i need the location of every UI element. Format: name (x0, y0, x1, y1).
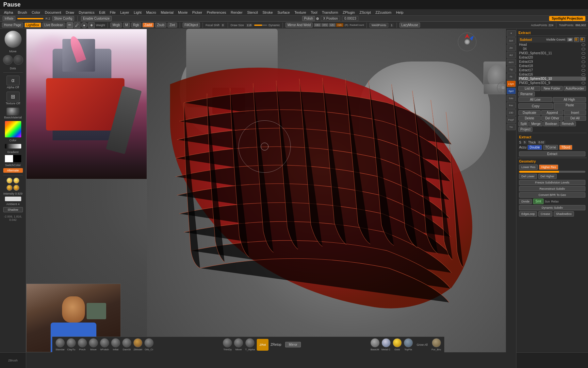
menu-layer[interactable]: Layer (118, 10, 131, 15)
menu-texture[interactable]: Texture (292, 10, 308, 15)
gold-brush[interactable]: Gold (393, 338, 402, 351)
x-axis-btn[interactable]: >X< (314, 23, 321, 27)
copy-button[interactable]: Copy (518, 103, 553, 109)
eye-04[interactable] (581, 48, 585, 50)
sculpture-area[interactable]: ✦ Scrl Zm Act AA½ Trp Flr LSym (147, 29, 516, 352)
nav-move-btn[interactable]: ✦ (507, 30, 516, 37)
eye-ext19[interactable] (581, 61, 585, 63)
basicm-brush[interactable]: BasicM (370, 338, 380, 351)
menu-draw[interactable]: Draw (64, 10, 76, 15)
reconstruct-subdiv-button[interactable]: Reconstruct Subdiv (519, 186, 585, 191)
furbru-brush[interactable]: Fur_Bru (432, 338, 441, 351)
nav-zoom3d-btn[interactable]: Z3D (507, 109, 516, 116)
z-axis-btn[interactable]: >Z< (329, 23, 335, 27)
menu-help[interactable]: Help (394, 10, 405, 15)
mrgb-button[interactable]: Mrgb (110, 23, 122, 27)
brush-preview2[interactable] (13, 55, 23, 65)
menu-movie[interactable]: Movie (176, 10, 189, 15)
nav-solo-btn[interactable]: Solo (507, 95, 516, 101)
nav-gyr2-btn[interactable]: Gyr2 (507, 88, 516, 94)
s-value[interactable]: 5 (523, 140, 527, 144)
all-low-button[interactable]: All Low (518, 97, 552, 102)
menu-surface[interactable]: Surface (275, 10, 292, 15)
bulb4-icon[interactable] (13, 185, 19, 191)
shadow-button[interactable]: Shadow (3, 207, 23, 212)
enable-customize-button[interactable]: Enable Customize (81, 16, 111, 21)
eye-head[interactable] (581, 44, 585, 46)
duplicate-button[interactable]: Duplicate (518, 110, 541, 115)
menu-macro[interactable]: Macro (144, 10, 158, 15)
orb-brush[interactable]: Orb_Cr (144, 338, 154, 351)
menu-zplugin[interactable]: ZPlugin (341, 10, 357, 15)
color-swatch[interactable] (5, 121, 21, 137)
freeze-subdiv-button[interactable]: Freeze Subdivision Levels (519, 180, 585, 185)
subtool-item-head[interactable]: Head (518, 43, 586, 47)
bulb3-icon[interactable] (7, 185, 12, 191)
subtool-item-pm3d11[interactable]: PM3D_Sphere3D1_11 (518, 51, 586, 55)
subtool-item-ext17[interactable]: Extract17 (518, 68, 586, 72)
menu-document[interactable]: Document (43, 10, 63, 15)
eye-pm3d9[interactable] (581, 82, 585, 84)
inflate-slider[interactable] (17, 18, 43, 19)
menu-zscript[interactable]: ZScript (357, 10, 373, 15)
mat-icon[interactable]: ◈ (88, 22, 95, 28)
light2-icon[interactable] (13, 178, 19, 184)
nav-floor-btn[interactable]: Flr (507, 73, 516, 80)
material-sphere[interactable] (5, 31, 22, 48)
menu-zzcustom[interactable]: ZZcustom (373, 10, 393, 15)
paste-button[interactable]: Paste (554, 103, 586, 110)
eye-ext16[interactable] (581, 73, 585, 76)
menu-edit[interactable]: Edit (97, 10, 107, 15)
inflate-button[interactable]: Inflate (3, 16, 15, 21)
standard-brush[interactable]: Standar (56, 338, 65, 351)
zint-button[interactable]: Zint (168, 23, 177, 27)
menu-file[interactable]: File (108, 10, 118, 15)
rgb-button[interactable]: Rgb (131, 23, 141, 27)
move2-brush[interactable]: Move (234, 338, 243, 351)
menu-stencil[interactable]: Stencil (245, 10, 260, 15)
del-lower-button[interactable]: Del Lower (519, 174, 537, 179)
texture-button[interactable]: ⊞ Texture Off (2, 91, 24, 106)
weld-points-button[interactable]: WeldPoints (369, 23, 388, 27)
zretop-tool[interactable]: ZRet (257, 339, 269, 351)
move-brush[interactable]: Move (89, 338, 98, 351)
double-button[interactable]: Double (528, 145, 542, 150)
trimdy-brush[interactable]: TrimDy (223, 338, 232, 351)
merge-button[interactable]: Merge (529, 121, 542, 126)
delete-button[interactable]: Delete (518, 116, 541, 121)
autoreorder-button[interactable]: AutoReorder (564, 86, 586, 91)
tcorne-button[interactable]: TCorne (543, 145, 558, 150)
menu-preferences[interactable]: Preferences (205, 10, 228, 15)
spotlight-projection-button[interactable]: Spotlight Projection (549, 16, 585, 21)
mirror-button[interactable]: Mirror (285, 342, 301, 347)
extract-button[interactable]: Extract (519, 151, 585, 156)
basic-material-button[interactable]: BasicMaterial (2, 107, 24, 120)
all-high-button[interactable]: All High (553, 97, 586, 102)
eye-pm3d11[interactable] (581, 52, 585, 55)
lower-res-button[interactable]: Lower Res (519, 165, 538, 170)
crease-button[interactable]: Crease (538, 211, 552, 217)
menu-dynamics[interactable]: Dynamics (77, 10, 96, 15)
reference-image-panel[interactable] (26, 29, 147, 179)
subtool-item-pm3d9[interactable]: PM3D_Sphere3D1_9 (518, 81, 586, 85)
project-button[interactable]: Project (518, 127, 532, 132)
rename-button[interactable]: Rename (518, 92, 535, 96)
subtool-item-pm3d10[interactable]: PM3D_Sphere3D1_10 (518, 77, 586, 81)
alternate-button[interactable]: Alternate (3, 168, 23, 173)
eye-ext18[interactable] (581, 65, 585, 67)
fill-object-button[interactable]: FillObject (183, 23, 200, 27)
m-button[interactable]: M (123, 23, 130, 27)
light1-icon[interactable] (7, 178, 12, 184)
canvas-area[interactable]: ✦ Scrl Zm Act AA½ Trp Flr LSym (26, 29, 516, 352)
nav-zoom-btn[interactable]: Zm (507, 44, 516, 51)
weld-points-value[interactable]: 1 (390, 23, 394, 27)
draw-icon[interactable]: 🖊 (74, 22, 80, 28)
claytube-brush[interactable]: ClayTu (67, 338, 76, 351)
nav-aahalf-btn[interactable]: AA½ (507, 59, 516, 65)
nav-frame-btn[interactable]: Frm (507, 102, 516, 109)
del-higher-button[interactable]: Del Higher (538, 174, 557, 179)
pinch-brush[interactable]: Pinch (78, 338, 87, 351)
nav-scroll-btn[interactable]: Scrl (507, 37, 516, 44)
zmodel-brush[interactable]: ZModel (133, 338, 142, 351)
eye-ext17[interactable] (581, 69, 585, 72)
